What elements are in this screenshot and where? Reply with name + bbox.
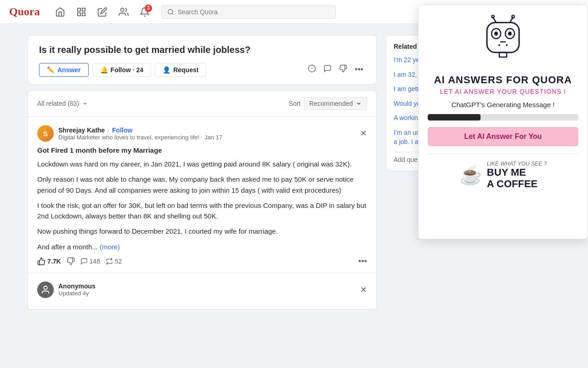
chevron-down-icon xyxy=(82,100,88,107)
share-button[interactable]: 52 xyxy=(106,258,122,265)
answer-author: S Shreejay Kathe · Follow Digital Market… xyxy=(37,125,367,142)
comment-button[interactable]: 148 xyxy=(80,258,100,265)
sort-label: Sort xyxy=(288,100,300,107)
home-icon xyxy=(55,7,65,17)
answer-item-2: Anonymous Updated 4y ✕ xyxy=(28,273,376,310)
info-icon-btn[interactable] xyxy=(306,63,318,77)
popup-ai-title: AI ANSWERS FOR QUORA xyxy=(434,74,572,86)
comment-answer-icon xyxy=(80,258,88,265)
anon-info: Anonymous Updated 4y xyxy=(58,282,356,297)
comment-icon-btn[interactable] xyxy=(322,63,334,77)
more-icon-btn[interactable]: ••• xyxy=(353,63,365,76)
author-name: Shreejay Kathe xyxy=(58,126,105,134)
request-label: Request xyxy=(173,66,198,74)
robot-illustration xyxy=(475,14,531,69)
comment-count: 148 xyxy=(90,258,100,265)
nav-icons: 3 xyxy=(51,3,154,21)
follow-label: Follow · 24 xyxy=(111,66,144,74)
author-bio: Digital Marketer who loves to travel, ex… xyxy=(58,134,356,141)
answer-item-1: S Shreejay Kathe · Follow Digital Market… xyxy=(28,117,376,273)
svg-point-5 xyxy=(168,9,173,14)
downvote-answer-icon xyxy=(67,257,75,265)
upvote-button[interactable]: 7.7K xyxy=(37,257,61,265)
avatar: S xyxy=(37,125,54,142)
answer-button[interactable]: ✏️ Answer xyxy=(39,63,89,77)
downvote-button[interactable] xyxy=(67,257,75,265)
anon-avatar xyxy=(37,282,54,298)
coffee-text: LIKE WHAT YOU SEE ? BUY ME A COFFEE xyxy=(487,161,547,189)
downvote-icon xyxy=(339,64,347,73)
share-icon xyxy=(106,258,113,265)
progress-bar-container xyxy=(428,114,578,121)
svg-rect-15 xyxy=(487,23,519,52)
notification-icon-btn[interactable]: 3 xyxy=(136,3,154,21)
question-actions: ✏️ Answer 🔔 Follow · 24 👤 Request xyxy=(39,63,365,77)
ai-popup: AI ANSWERS FOR QUORA LET AI ANSWER YOUR … xyxy=(418,5,588,239)
upvote-count: 7.7K xyxy=(47,258,61,265)
svg-point-4 xyxy=(120,8,124,11)
anon-icon xyxy=(40,285,51,295)
search-input[interactable] xyxy=(178,8,330,16)
svg-point-19 xyxy=(508,32,512,36)
author-info: Shreejay Kathe · Follow Digital Marketer… xyxy=(58,126,356,141)
sort-section: Sort Recommended xyxy=(288,97,367,110)
upvote-icon xyxy=(37,257,45,265)
notification-badge: 3 xyxy=(145,5,152,12)
people-icon-btn[interactable] xyxy=(114,3,133,21)
action-separator: ••• xyxy=(306,63,365,77)
svg-rect-3 xyxy=(82,12,85,15)
svg-point-22 xyxy=(506,44,508,46)
home-icon-btn[interactable] xyxy=(51,3,69,21)
read-more-link[interactable]: (more) xyxy=(100,243,120,251)
request-button[interactable]: 👤 Request xyxy=(155,63,206,77)
answer-icon: ✏️ xyxy=(47,66,55,74)
quora-logo: Quora xyxy=(9,6,40,18)
anon-name: Anonymous xyxy=(58,282,96,290)
sort-dropdown[interactable]: Recommended xyxy=(304,97,367,110)
author-separator: · xyxy=(107,126,109,134)
share-count: 52 xyxy=(115,258,122,265)
ai-answer-button[interactable]: Let AI Answer For You xyxy=(428,127,578,146)
answers-section: All related (83) Sort Recommended S xyxy=(28,90,377,310)
sort-chevron-icon xyxy=(356,100,362,107)
author-follow-button[interactable]: Follow xyxy=(112,126,132,134)
svg-line-6 xyxy=(172,13,173,14)
edit-icon xyxy=(97,7,107,17)
people-icon xyxy=(119,7,129,17)
all-related-label: All related (83) xyxy=(37,100,79,107)
edit-icon-btn[interactable] xyxy=(93,3,112,21)
follow-icon: 🔔 xyxy=(100,66,108,74)
popup-generating-text: ChatGPT's Generating Message ! xyxy=(452,101,555,109)
answer-footer: 7.7K 148 52 ••• xyxy=(37,257,367,266)
svg-rect-2 xyxy=(77,12,80,15)
content-area: Is it really possible to get married whi… xyxy=(28,29,377,310)
svg-point-21 xyxy=(498,44,500,46)
all-related-toggle[interactable]: All related (83) xyxy=(37,100,88,107)
answer-label: Answer xyxy=(57,66,81,74)
comment-icon xyxy=(323,64,332,73)
close-answer-button[interactable]: ✕ xyxy=(360,128,367,138)
search-bar[interactable] xyxy=(161,5,336,19)
svg-rect-0 xyxy=(77,8,80,11)
downvote-icon-btn[interactable] xyxy=(337,63,349,77)
anon-author: Anonymous Updated 4y ✕ xyxy=(37,282,367,298)
answers-header: All related (83) Sort Recommended xyxy=(28,91,376,117)
follow-button[interactable]: 🔔 Follow · 24 xyxy=(92,63,152,77)
author-name-row: Shreejay Kathe · Follow xyxy=(58,126,356,134)
search-icon xyxy=(167,8,174,16)
sort-value: Recommended xyxy=(309,100,353,107)
close-anon-answer-button[interactable]: ✕ xyxy=(360,285,367,295)
answer-headline: Got Fired 1 month before my Marriage xyxy=(37,146,367,154)
answer-body: Lockdown was hard on my career, in Jan 2… xyxy=(37,159,367,252)
anon-name-row: Anonymous xyxy=(58,282,356,290)
coffee-like-label: LIKE WHAT YOU SEE ? xyxy=(487,161,547,167)
request-icon: 👤 xyxy=(163,66,170,74)
answer-more-button[interactable]: ••• xyxy=(358,257,367,266)
svg-point-10 xyxy=(44,286,47,289)
question-card: Is it really possible to get married whi… xyxy=(28,35,377,85)
svg-point-18 xyxy=(494,32,498,36)
list-icon-btn[interactable] xyxy=(72,3,90,21)
buy-me-coffee-section: ☕ LIKE WHAT YOU SEE ? BUY ME A COFFEE xyxy=(428,154,578,189)
anon-bio: Updated 4y xyxy=(58,290,356,297)
coffee-icon: ☕ xyxy=(459,164,482,186)
